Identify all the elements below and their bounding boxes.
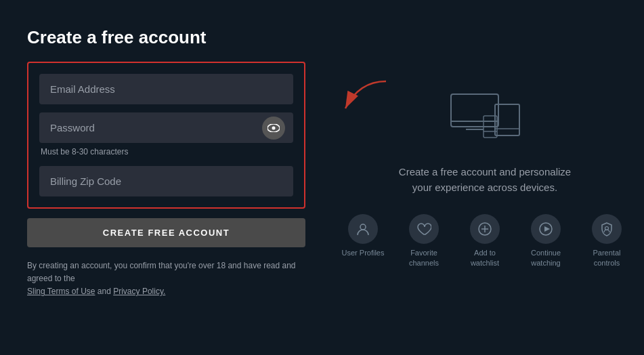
add-watchlist-label: Add to watchlist <box>461 248 509 268</box>
create-account-button[interactable]: CREATE FREE ACCOUNT <box>27 218 305 247</box>
signup-form: Must be 8-30 characters <box>27 62 305 209</box>
feature-add-watchlist: Add to watchlist <box>461 214 509 268</box>
continue-watching-label: Continue watching <box>522 248 570 268</box>
continue-watching-icon <box>531 214 561 244</box>
password-row <box>39 112 293 143</box>
user-profiles-label: User Profiles <box>342 248 385 257</box>
feature-favorite-channels: Favorite channels <box>400 214 448 268</box>
zip-field[interactable] <box>39 166 293 196</box>
parental-controls-icon <box>592 214 622 244</box>
add-watchlist-icon <box>470 214 500 244</box>
svg-marker-16 <box>544 226 550 232</box>
features-row: User Profiles Favorite channels <box>339 214 630 268</box>
page-title: Create a free account <box>27 27 305 48</box>
terms-text: By creating an account, you confirm that… <box>27 259 305 299</box>
email-field[interactable] <box>39 74 293 104</box>
devices-illustration <box>437 87 532 151</box>
feature-parental-controls: Parental controls <box>583 214 630 268</box>
favorite-channels-label: Favorite channels <box>400 248 448 268</box>
left-panel: Create a free account Must be 8-30 chara… <box>0 0 326 355</box>
sling-terms-link[interactable]: Sling Terms of Use <box>27 287 95 296</box>
toggle-password-button[interactable] <box>262 117 285 140</box>
svg-point-11 <box>360 224 366 230</box>
tagline: Create a free account and personalize yo… <box>390 165 580 195</box>
password-field[interactable] <box>39 112 293 143</box>
favorite-channels-icon <box>409 214 439 244</box>
user-profiles-icon <box>348 214 378 244</box>
password-hint: Must be 8-30 characters <box>39 147 293 156</box>
parental-controls-label: Parental controls <box>583 248 630 268</box>
eye-icon <box>267 124 280 132</box>
privacy-policy-link[interactable]: Privacy Policy. <box>113 287 165 296</box>
feature-user-profiles: User Profiles <box>339 214 387 257</box>
right-panel: Create a free account and personalize yo… <box>326 0 644 355</box>
svg-point-1 <box>272 126 276 129</box>
feature-continue-watching: Continue watching <box>522 214 570 268</box>
